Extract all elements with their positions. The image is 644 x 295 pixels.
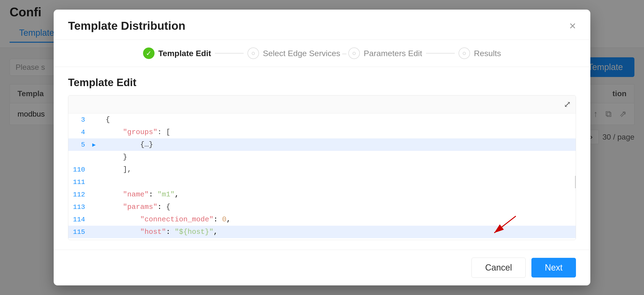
section-title: Template Edit — [68, 77, 576, 89]
code-text-3: { — [102, 116, 576, 124]
code-text-114: "connection_mode": 0, — [102, 215, 576, 223]
code-text-4: "groups": [ — [102, 128, 576, 136]
stepper: ✓ Template Edit ○ Select Edge Services –… — [54, 40, 590, 67]
step-icon-parameters-edit: ○ — [348, 48, 360, 59]
modal-close-button[interactable]: × — [569, 20, 576, 32]
step-icon-template-edit: ✓ — [143, 48, 154, 59]
step-select-edge: ○ Select Edge Services — [248, 48, 340, 59]
modal-dialog: Template Distribution × ✓ Template Edit … — [54, 10, 590, 285]
code-line-111: 111 — [68, 176, 576, 188]
code-line-112: 112 "name": "m1", — [68, 188, 576, 201]
modal-body: Template Edit ⤢ 3 { 4 — [54, 67, 590, 250]
step-parameters-edit: ○ Parameters Edit — [348, 48, 422, 59]
line-number-5: 5 — [68, 141, 92, 148]
line-number-114: 114 — [68, 216, 92, 223]
code-line-113: 113 "params": { — [68, 201, 576, 213]
step-label-parameters-edit: Parameters Edit — [364, 49, 422, 58]
code-text-5: {…} — [102, 141, 576, 149]
code-content[interactable]: 3 { 4 "groups": [ 5 ▶ — [68, 113, 576, 240]
code-line-115: 115 "host": "${host}", — [68, 226, 576, 238]
code-line-110: 110 ], — [68, 163, 576, 176]
code-text-115: "host": "${host}", — [102, 228, 576, 236]
code-line-close: } — [68, 151, 576, 163]
modal-overlay: Template Distribution × ✓ Template Edit … — [0, 0, 644, 295]
line-number-113: 113 — [68, 203, 92, 211]
code-editor-toolbar: ⤢ — [68, 95, 576, 113]
expand-arrow-5[interactable]: ▶ — [92, 142, 96, 148]
next-button[interactable]: Next — [532, 258, 576, 277]
code-editor[interactable]: ⤢ 3 { 4 "groups": [ — [68, 95, 576, 240]
line-number-112: 112 — [68, 191, 92, 198]
cancel-button[interactable]: Cancel — [472, 257, 526, 278]
modal-footer: Cancel Next — [54, 250, 590, 285]
code-line-116: 116 "interval": 20, — [68, 238, 576, 240]
step-icon-select-edge: ○ — [248, 48, 259, 59]
step-connector-2 — [426, 53, 455, 54]
code-line-4: 4 "groups": [ — [68, 126, 576, 138]
line-number-111: 111 — [68, 178, 92, 186]
step-label-select-edge: Select Edge Services — [263, 49, 340, 58]
modal-header: Template Distribution × — [54, 10, 590, 40]
code-line-114: 114 "connection_mode": 0, — [68, 213, 576, 226]
gutter-5: ▶ — [92, 141, 102, 149]
code-text-110: ], — [102, 165, 576, 174]
code-text-113: "params": { — [102, 203, 576, 211]
code-line-3: 3 { — [68, 113, 576, 126]
step-icon-results: ○ — [458, 48, 470, 59]
step-template-edit: ✓ Template Edit — [143, 48, 211, 59]
line-number-4: 4 — [68, 129, 92, 136]
step-connector-1 — [215, 53, 244, 54]
line-number-110: 110 — [68, 166, 92, 173]
modal-title: Template Distribution — [68, 19, 186, 32]
step-results: ○ Results — [458, 48, 501, 59]
code-text-112: "name": "m1", — [102, 190, 576, 199]
step-label-results: Results — [474, 49, 501, 58]
code-line-5: 5 ▶ {…} — [68, 138, 576, 151]
expand-button[interactable]: ⤢ — [564, 99, 571, 109]
line-number-3: 3 — [68, 116, 92, 124]
step-dash-1: – — [342, 49, 346, 58]
code-text-close: } — [102, 153, 576, 161]
step-label-template-edit: Template Edit — [158, 49, 211, 58]
line-number-115: 115 — [68, 228, 92, 236]
